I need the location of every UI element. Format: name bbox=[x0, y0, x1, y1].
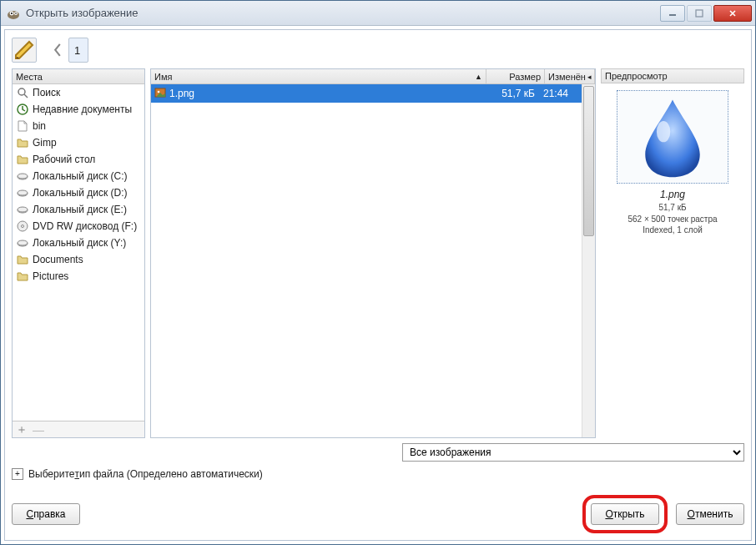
drive-icon bbox=[16, 186, 29, 199]
preview-panel: Предпросмотр bbox=[601, 68, 744, 438]
edit-path-button[interactable] bbox=[12, 38, 37, 63]
places-panel: Места ПоискНедавние документыbinGimpРабо… bbox=[12, 68, 145, 438]
file-rows: 1.png51,7 кБ21:44 bbox=[151, 84, 582, 437]
places-item-label: Локальный диск (Y:) bbox=[33, 237, 126, 249]
preview-header: Предпросмотр bbox=[601, 68, 744, 83]
svg-point-9 bbox=[8, 11, 19, 19]
image-file-icon bbox=[154, 87, 166, 101]
places-list: ПоискНедавние документыbinGimpРабочий ст… bbox=[13, 84, 144, 421]
places-item[interactable]: bin bbox=[13, 118, 144, 134]
breadcrumb-segment[interactable]: 1 bbox=[68, 38, 88, 63]
places-item-label: Pictures bbox=[33, 270, 68, 282]
svg-point-15 bbox=[657, 121, 670, 142]
places-item[interactable]: Рабочий стол bbox=[13, 151, 144, 168]
places-item[interactable]: Локальный диск (Y:) bbox=[13, 235, 144, 251]
places-item-label: Локальный диск (D:) bbox=[33, 187, 128, 199]
places-item-label: Gimp bbox=[33, 137, 57, 149]
open-button-highlight: Открыть bbox=[582, 495, 668, 533]
svg-rect-14 bbox=[696, 10, 703, 17]
window-title: Открыть изображение bbox=[26, 7, 658, 19]
folder-icon bbox=[16, 153, 29, 166]
places-item[interactable]: Локальный диск (C:) bbox=[13, 168, 144, 184]
file-list-scrollbar[interactable] bbox=[582, 84, 595, 437]
svg-point-12 bbox=[11, 13, 13, 14]
open-image-dialog: Открыть изображение 1 Места ПоискНедавни… bbox=[0, 0, 756, 545]
dvd-icon bbox=[16, 220, 29, 233]
column-name[interactable]: Имя▲ bbox=[151, 69, 486, 83]
places-item[interactable]: Поиск bbox=[13, 84, 144, 101]
places-item-label: Рабочий стол bbox=[33, 154, 95, 165]
cancel-button[interactable]: Отменить bbox=[676, 503, 744, 525]
preview-meta: 51,7 кБ 562 × 500 точек растра Indexed, … bbox=[627, 202, 717, 236]
file-modified: 21:44 bbox=[540, 88, 582, 99]
window-close-button[interactable] bbox=[713, 5, 752, 22]
places-item[interactable]: Недавние документы bbox=[13, 101, 144, 118]
drive-icon bbox=[16, 169, 29, 183]
window-minimize-button[interactable] bbox=[660, 5, 685, 22]
places-item-label: DVD RW дисковод (F:) bbox=[33, 220, 137, 232]
remove-bookmark-button[interactable]: — bbox=[33, 423, 44, 437]
preview-filename: 1.png bbox=[660, 189, 685, 200]
folder-icon bbox=[16, 136, 29, 149]
open-button[interactable]: Открыть bbox=[591, 503, 659, 525]
help-button[interactable]: Справка bbox=[12, 503, 80, 525]
file-type-filter-select[interactable]: Все изображения bbox=[402, 443, 744, 462]
places-item-label: bin bbox=[33, 120, 46, 132]
gimp-app-icon bbox=[6, 6, 21, 21]
places-item-label: Локальный диск (C:) bbox=[33, 170, 128, 182]
path-back-chevron-icon[interactable] bbox=[52, 38, 63, 63]
drive-icon bbox=[16, 203, 29, 216]
file-size: 51,7 кБ bbox=[481, 88, 540, 99]
svg-point-13 bbox=[15, 13, 17, 14]
column-size[interactable]: Размер bbox=[486, 69, 545, 83]
places-item[interactable]: Локальный диск (E:) bbox=[13, 201, 144, 218]
file-list-panel: Имя▲ Размер Изменён◂ 1.png51,7 кБ21:44 bbox=[150, 68, 596, 438]
titlebar[interactable]: Открыть изображение bbox=[1, 1, 755, 26]
expand-plus-icon: + bbox=[12, 468, 23, 480]
add-bookmark-button[interactable]: ＋ bbox=[16, 422, 28, 437]
places-item[interactable]: Pictures bbox=[13, 268, 144, 285]
file-name: 1.png bbox=[169, 88, 194, 99]
drive-icon bbox=[16, 236, 29, 250]
preview-thumbnail[interactable] bbox=[617, 90, 728, 184]
file-columns-header: Имя▲ Размер Изменён◂ bbox=[151, 69, 595, 84]
file-row[interactable]: 1.png51,7 кБ21:44 bbox=[151, 84, 582, 103]
places-item[interactable]: Локальный диск (D:) bbox=[13, 184, 144, 201]
window-maximize-button[interactable] bbox=[687, 5, 712, 22]
places-item-label: Локальный диск (E:) bbox=[33, 204, 127, 215]
places-header: Места bbox=[13, 69, 144, 84]
file-icon bbox=[16, 119, 29, 133]
folder-icon bbox=[16, 253, 29, 266]
places-item-label: Поиск bbox=[33, 87, 60, 98]
folder-icon bbox=[16, 270, 29, 283]
recent-icon bbox=[16, 103, 29, 116]
places-item[interactable]: Documents bbox=[13, 251, 144, 268]
dialog-content: 1 Места ПоискНедавние документыbinGimpРа… bbox=[4, 29, 752, 541]
filetype-expander[interactable]: + Выберите тип файла (Определено автомат… bbox=[12, 468, 744, 480]
places-item[interactable]: DVD RW дисковод (F:) bbox=[13, 218, 144, 235]
places-item[interactable]: Gimp bbox=[13, 134, 144, 151]
places-item-label: Documents bbox=[33, 254, 83, 265]
column-modified[interactable]: Изменён◂ bbox=[545, 69, 595, 83]
places-item-label: Недавние документы bbox=[33, 103, 132, 115]
search-icon bbox=[16, 86, 29, 99]
